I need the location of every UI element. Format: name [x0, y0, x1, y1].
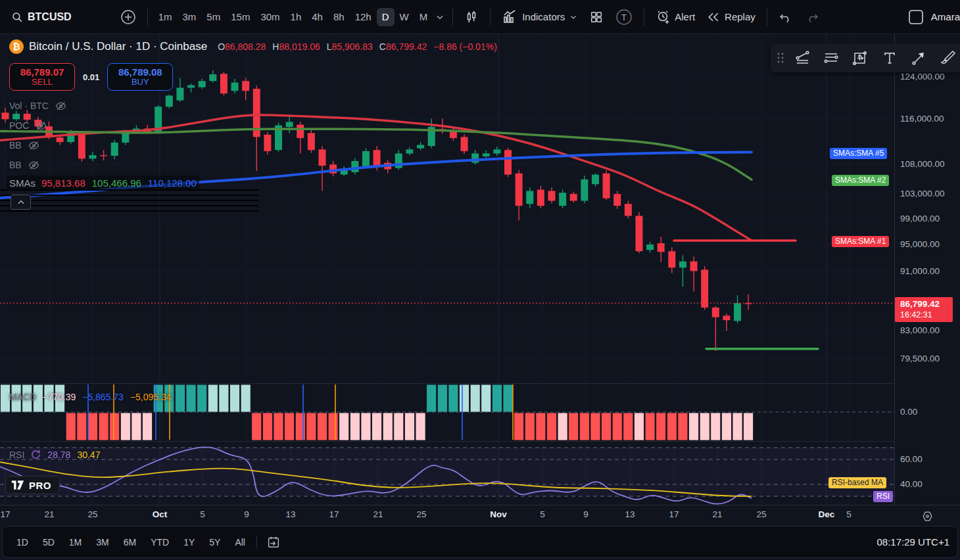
candle-body-oct-4[interactable] — [187, 85, 195, 88]
brush-tool-button[interactable] — [935, 45, 960, 70]
time-axis[interactable]: 172125Oct5913172125Nov5913172125Dec5 — [0, 505, 960, 525]
symbol-header[interactable]: ₿ Bitcoin / U.S. Dollar · 1D · Coinbase … — [9, 39, 497, 54]
undo-button[interactable] — [773, 6, 799, 28]
timeframe-12h[interactable]: 12h — [350, 8, 377, 26]
projection-box-tool-button[interactable] — [847, 45, 873, 70]
candle-body-oct-5[interactable] — [199, 81, 206, 87]
candle-body-sep-26[interactable] — [100, 155, 107, 156]
range-3m[interactable]: 3M — [90, 534, 114, 550]
candle-body-nov-8[interactable] — [570, 194, 577, 200]
range-1m[interactable]: 1M — [63, 534, 87, 550]
candle-body-nov-10[interactable] — [592, 175, 599, 185]
candle-body-oct-6[interactable] — [209, 74, 216, 81]
layout-grid-button[interactable] — [583, 6, 610, 28]
candle-body-nov-2[interactable] — [504, 150, 512, 174]
range-1y[interactable]: 1Y — [178, 534, 201, 550]
candle-body-oct-13[interactable] — [286, 122, 293, 128]
alert-button[interactable]: Alert — [650, 6, 701, 28]
visibility-toggle[interactable] — [35, 120, 47, 132]
candle-body-sep-24[interactable] — [78, 133, 85, 159]
candle-body-nov-3[interactable] — [516, 174, 523, 206]
legend-collapse-button[interactable] — [11, 195, 31, 210]
smas-legend-row[interactable]: SMAs 95,813.68105,466.96110,128.00 — [7, 175, 199, 190]
candle-body-nov-5[interactable] — [537, 190, 544, 206]
buy-button[interactable]: 86,789.08 BUY — [107, 63, 173, 91]
candle-body-oct-15[interactable] — [308, 133, 315, 150]
range-1d[interactable]: 1D — [11, 534, 34, 550]
macd-legend-row[interactable]: MACD −770.39−5,865.73−5,095.34 — [9, 392, 172, 402]
timeframe-8h[interactable]: 8h — [328, 8, 350, 26]
arrow-tool-button[interactable] — [905, 45, 932, 70]
candle-body-nov-17[interactable] — [668, 251, 675, 268]
redo-button[interactable] — [799, 6, 825, 28]
range-ytd[interactable]: YTD — [145, 534, 175, 550]
sell-button[interactable]: 86,789.07 SELL — [9, 63, 75, 91]
legend-item-bb[interactable]: BB — [9, 155, 67, 175]
rsi-legend-row[interactable]: RSI 28.7830.47 — [9, 449, 100, 460]
candle-body-oct-24[interactable] — [406, 149, 413, 153]
text-tool-button[interactable] — [876, 45, 903, 70]
go-to-date-button[interactable] — [262, 531, 285, 553]
candle-body-sep-25[interactable] — [89, 155, 96, 158]
candle-body-oct-25[interactable] — [417, 145, 424, 148]
timeframe-D[interactable]: D — [377, 8, 395, 26]
candle-body-nov-1[interactable] — [493, 149, 500, 153]
symbol-search-button[interactable]: BTCUSD — [5, 6, 78, 28]
candle-body-oct-16[interactable] — [318, 149, 325, 166]
candle-body-nov-6[interactable] — [548, 191, 556, 200]
candle-body-nov-22[interactable] — [723, 315, 730, 320]
range-5y[interactable]: 5Y — [203, 534, 226, 550]
user-account-button[interactable]: Amara — [907, 9, 960, 26]
candle-body-oct-29[interactable] — [461, 137, 468, 151]
replay-button[interactable]: Replay — [701, 6, 761, 28]
range-all[interactable]: All — [229, 534, 251, 550]
timeframe-3m[interactable]: 3m — [178, 8, 202, 26]
candle-body-nov-13[interactable] — [625, 204, 632, 216]
visibility-toggle[interactable] — [28, 139, 40, 152]
timeframe-1h[interactable]: 1h — [285, 8, 307, 26]
candle-body-nov-23[interactable] — [734, 303, 741, 321]
candle-body-oct-19[interactable] — [351, 161, 358, 172]
candle-body-nov-16[interactable] — [658, 243, 665, 252]
candle-body-nov-12[interactable] — [613, 194, 621, 206]
visibility-toggle[interactable] — [55, 100, 67, 112]
timeframe-4h[interactable]: 4h — [306, 8, 328, 26]
legend-item-poc[interactable]: POC — [9, 116, 67, 135]
candle-body-nov-24[interactable] — [745, 303, 752, 304]
candle-body-sep-27[interactable] — [111, 143, 118, 156]
clock-timezone[interactable]: 08:17:29 UTC+1 — [877, 536, 950, 548]
candle-body-oct-20[interactable] — [362, 151, 370, 166]
candle-body-oct-11[interactable] — [264, 135, 271, 151]
range-6m[interactable]: 6M — [118, 534, 142, 550]
legend-item-vol-btc[interactable]: Vol · BTC — [9, 96, 67, 116]
timeframe-M[interactable]: M — [414, 8, 433, 26]
template-button[interactable]: T — [610, 6, 638, 28]
timeframe-more-button[interactable] — [433, 6, 447, 28]
candle-body-oct-31[interactable] — [483, 153, 490, 156]
candle-body-nov-15[interactable] — [646, 245, 654, 250]
candle-body-nov-18[interactable] — [679, 262, 686, 268]
candle-body-nov-21[interactable] — [712, 308, 719, 317]
candle-body-oct-8[interactable] — [231, 83, 239, 91]
candle-body-oct-9[interactable] — [242, 81, 249, 91]
candle-body-nov-11[interactable] — [603, 174, 610, 198]
candle-body-nov-20[interactable] — [701, 269, 708, 308]
candle-body-nov-9[interactable] — [581, 179, 588, 201]
visibility-toggle[interactable] — [28, 159, 40, 172]
candle-body-nov-19[interactable] — [690, 262, 698, 271]
axis-settings-button[interactable] — [919, 508, 935, 524]
trend-lines-tool-button[interactable] — [788, 45, 815, 70]
candle-body-sep-17[interactable] — [2, 112, 9, 119]
timeframe-W[interactable]: W — [395, 8, 414, 26]
timeframe-1m[interactable]: 1m — [153, 8, 178, 26]
indicators-button[interactable]: Indicators — [496, 6, 583, 28]
compare-add-button[interactable] — [114, 6, 142, 28]
candle-body-nov-7[interactable] — [559, 193, 566, 206]
range-5d[interactable]: 5D — [37, 534, 60, 550]
candle-body-oct-2[interactable] — [166, 95, 173, 106]
candle-body-oct-3[interactable] — [176, 87, 183, 100]
timeframe-30m[interactable]: 30m — [255, 8, 285, 26]
candle-body-oct-21[interactable] — [373, 150, 381, 166]
timeframe-5m[interactable]: 5m — [201, 8, 226, 26]
candle-body-oct-14[interactable] — [297, 125, 304, 138]
